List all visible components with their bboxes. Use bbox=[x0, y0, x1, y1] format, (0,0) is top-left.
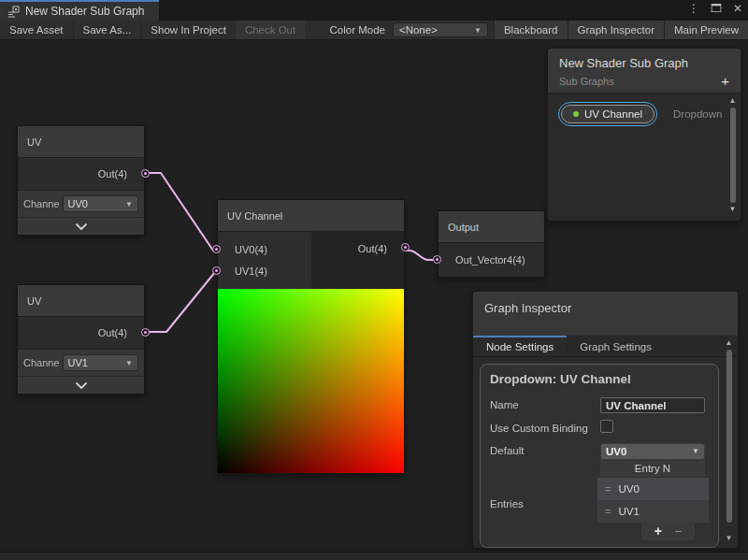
channel-label: Channe bbox=[23, 198, 60, 209]
node-output[interactable]: Output Out_Vector4(4) bbox=[438, 210, 545, 278]
channel-dropdown[interactable]: UV1 ▼ bbox=[63, 354, 138, 371]
tab-node-settings[interactable]: Node Settings bbox=[473, 336, 567, 356]
name-input[interactable] bbox=[600, 397, 705, 413]
tab-title: New Shader Sub Graph bbox=[25, 5, 144, 18]
chevron-down-icon: ▼ bbox=[692, 447, 699, 455]
node-title[interactable]: UV bbox=[18, 126, 144, 158]
node-uv-2[interactable]: UV Out(4) Channe UV1 ▼ bbox=[17, 284, 145, 395]
graph-inspector-toggle-button[interactable]: Graph Inspector bbox=[568, 21, 664, 39]
color-mode-dropdown[interactable]: <None> ▼ bbox=[393, 22, 488, 37]
collapse-preview-button[interactable] bbox=[18, 376, 144, 394]
property-row: UV Channel Dropdown bbox=[548, 93, 741, 123]
uv-gradient-preview bbox=[218, 289, 404, 473]
channel-control-row: Channe UV0 ▼ bbox=[18, 190, 144, 217]
port-label: Out(4) bbox=[98, 327, 127, 338]
node-uv-1[interactable]: UV Out(4) Channe UV0 ▼ bbox=[17, 125, 145, 236]
show-in-project-button[interactable]: Show In Project bbox=[141, 21, 236, 39]
save-asset-button[interactable]: Save Asset bbox=[0, 21, 74, 39]
output-port-row: Out(4) bbox=[18, 158, 144, 190]
color-mode-label: Color Mode bbox=[323, 21, 393, 39]
property-name: UV Channel bbox=[584, 108, 642, 120]
save-as-button[interactable]: Save As... bbox=[74, 21, 142, 39]
entry-value: UV0 bbox=[618, 483, 639, 495]
drag-handle-icon[interactable]: = bbox=[605, 483, 611, 495]
maximize-icon[interactable]: 🗖 bbox=[711, 2, 722, 15]
port-label: Out_Vector4(4) bbox=[455, 254, 525, 266]
collapse-preview-button[interactable] bbox=[18, 217, 144, 235]
node-title[interactable]: Output bbox=[439, 211, 544, 243]
section-title: Dropdown: UV Channel bbox=[490, 372, 709, 386]
close-icon[interactable]: ✕ bbox=[733, 2, 742, 15]
chevron-down-icon bbox=[76, 223, 87, 230]
use-custom-binding-checkbox[interactable] bbox=[600, 420, 613, 433]
tab-graph-settings[interactable]: Graph Settings bbox=[567, 336, 665, 356]
remove-entry-button[interactable]: − bbox=[675, 525, 683, 538]
chevron-down-icon bbox=[76, 382, 87, 389]
drag-handle-icon[interactable]: = bbox=[605, 506, 611, 517]
port-label: Out(4) bbox=[358, 243, 387, 254]
node-title[interactable]: UV bbox=[18, 285, 144, 317]
node-title[interactable]: UV Channel bbox=[218, 200, 404, 232]
channel-label: Channe bbox=[23, 357, 60, 368]
check-out-button: Check Out bbox=[236, 21, 305, 39]
graph-inspector-panel[interactable]: Graph Inspector Node Settings Graph Sett… bbox=[472, 291, 739, 549]
entries-section: Entries = UV0 = UV1 + bbox=[490, 478, 709, 540]
add-entry-button[interactable]: + bbox=[654, 524, 662, 538]
main-preview-toggle-button[interactable]: Main Preview bbox=[664, 21, 748, 39]
inspector-tabs: Node Settings Graph Settings bbox=[473, 336, 738, 357]
blackboard-body: UV Channel Dropdown ▲ ▼ bbox=[548, 93, 741, 217]
blackboard-title: New Shader Sub Graph bbox=[559, 56, 729, 70]
input-port-row: Out_Vector4(4) bbox=[439, 243, 544, 277]
scroll-down-icon[interactable]: ▼ bbox=[726, 534, 733, 543]
scroll-up-icon[interactable]: ▲ bbox=[729, 96, 737, 106]
dropdown-settings-section: Dropdown: UV Channel Name Use Custom Bin… bbox=[480, 364, 719, 548]
color-mode-value: <None> bbox=[399, 24, 438, 36]
output-port-row: Out(4) bbox=[311, 232, 404, 266]
default-field-row: Default UV0 ▼ bbox=[490, 443, 709, 460]
name-field-row: Name bbox=[490, 397, 709, 413]
add-property-button[interactable]: + bbox=[721, 76, 729, 87]
chevron-down-icon: ▼ bbox=[474, 26, 482, 35]
node-uv-channel[interactable]: UV Channel UV0(4) UV1(4) Out(4) bbox=[217, 199, 405, 474]
name-label: Name bbox=[490, 397, 600, 410]
output-port[interactable] bbox=[401, 243, 410, 251]
input-port[interactable] bbox=[433, 255, 441, 264]
tab-new-shader-sub-graph[interactable]: New Shader Sub Graph bbox=[0, 0, 159, 21]
entry-row-uv0[interactable]: = UV0 bbox=[597, 478, 709, 500]
input-port-row: UV0(4) bbox=[218, 238, 311, 260]
channel-value: UV1 bbox=[68, 357, 88, 368]
input-port-uv1[interactable] bbox=[212, 266, 221, 275]
chevron-down-icon: ▼ bbox=[125, 200, 133, 208]
graph-canvas[interactable]: UV Out(4) Channe UV0 ▼ UV Out bbox=[0, 40, 748, 560]
blackboard-subtitle: Sub Graphs bbox=[559, 76, 614, 87]
default-value: UV0 bbox=[606, 446, 626, 457]
inspector-scrollbar[interactable]: ▲ ▼ bbox=[723, 338, 735, 543]
property-type: Dropdown bbox=[673, 108, 722, 120]
scrollbar-thumb[interactable] bbox=[726, 350, 732, 523]
scroll-up-icon[interactable]: ▲ bbox=[726, 338, 733, 348]
menu-icon[interactable]: ⋮ bbox=[688, 2, 699, 15]
scroll-down-icon[interactable]: ▼ bbox=[729, 205, 737, 214]
channel-dropdown[interactable]: UV0 ▼ bbox=[63, 195, 138, 212]
output-port[interactable] bbox=[141, 169, 150, 178]
edge-uv2-to-uvchannel bbox=[136, 272, 224, 332]
property-pill-uv-channel[interactable]: UV Channel bbox=[561, 105, 654, 123]
window-bottom-edge bbox=[0, 552, 748, 560]
blackboard-scrollbar[interactable]: ▲ ▼ bbox=[726, 96, 739, 214]
blackboard-panel[interactable]: New Shader Sub Graph Sub Graphs + UV Cha… bbox=[547, 48, 741, 222]
input-ports-column: UV0(4) UV1(4) bbox=[218, 232, 311, 289]
channel-control-row: Channe UV1 ▼ bbox=[18, 349, 144, 376]
default-dropdown[interactable]: UV0 ▼ bbox=[600, 443, 705, 460]
chevron-down-icon: ▼ bbox=[125, 359, 133, 367]
tab-bar: New Shader Sub Graph ⋮ 🗖 ✕ bbox=[0, 0, 748, 21]
scrollbar-thumb[interactable] bbox=[730, 108, 736, 203]
entry-row-uv1[interactable]: = UV1 bbox=[597, 500, 709, 523]
graph-toolbar: Save Asset Save As... Show In Project Ch… bbox=[0, 21, 748, 40]
inspector-title: Graph Inspector bbox=[473, 292, 738, 336]
port-label: Out(4) bbox=[98, 168, 127, 179]
blackboard-toggle-button[interactable]: Blackboard bbox=[494, 21, 568, 39]
input-port-uv0[interactable] bbox=[212, 245, 221, 253]
output-port[interactable] bbox=[141, 328, 150, 337]
entry-value: UV1 bbox=[618, 506, 639, 517]
window-controls: ⋮ 🗖 ✕ bbox=[688, 2, 742, 15]
